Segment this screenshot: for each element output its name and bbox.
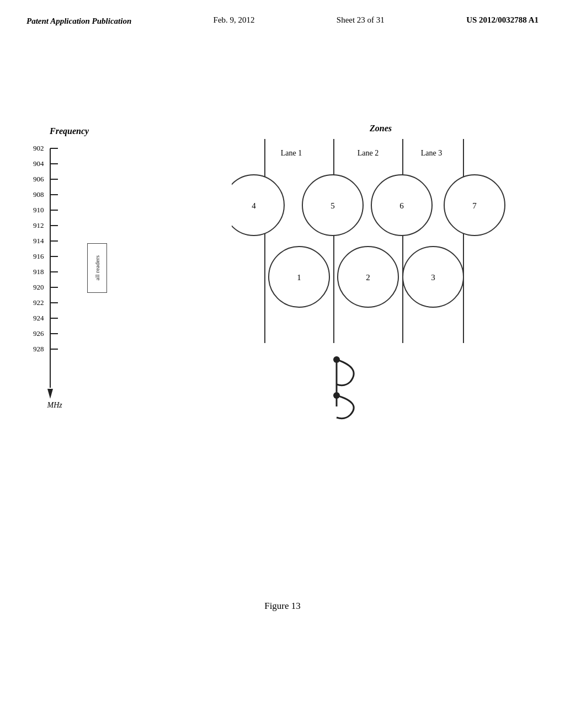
- figure-area: Frequency 902 904 906 908 910 912 914 91…: [0, 27, 565, 661]
- svg-text:1: 1: [297, 273, 301, 282]
- freq-label-914: 914: [33, 233, 44, 249]
- freq-label-920: 920: [33, 280, 44, 295]
- freq-label-902: 902: [33, 141, 44, 156]
- all-readers-label: all readers: [94, 255, 100, 281]
- freq-label-910: 910: [33, 202, 44, 218]
- freq-label-922: 922: [33, 295, 44, 311]
- freq-label-904: 904: [33, 156, 44, 172]
- freq-label-916: 916: [33, 249, 44, 264]
- svg-marker-1: [47, 389, 53, 399]
- mhz-label: MHz: [47, 401, 62, 410]
- svg-text:3: 3: [431, 273, 435, 282]
- sheet-info: Sheet 23 of 31: [337, 15, 385, 25]
- figure-caption: Figure 13: [0, 601, 565, 612]
- svg-text:Lane 1: Lane 1: [281, 149, 302, 157]
- freq-axis-svg: [47, 141, 64, 400]
- svg-text:4: 4: [252, 201, 256, 210]
- svg-text:6: 6: [399, 201, 404, 210]
- publication-title: Patent Application Publication: [26, 15, 131, 27]
- frequency-title: Frequency: [50, 126, 154, 136]
- zones-area: Zones Lane 1 Lane 2 Lane 3 4: [210, 124, 519, 371]
- freq-label-918: 918: [33, 264, 44, 280]
- music-note-svg: [320, 354, 370, 426]
- page-header: Patent Application Publication Feb. 9, 2…: [0, 0, 565, 27]
- freq-label-912: 912: [33, 218, 44, 233]
- publication-date: Feb. 9, 2012: [214, 15, 255, 25]
- svg-text:2: 2: [366, 273, 370, 282]
- freq-label-906: 906: [33, 172, 44, 187]
- freq-label-928: 928: [33, 341, 44, 357]
- svg-text:5: 5: [331, 201, 335, 210]
- music-symbol-area: [320, 354, 370, 428]
- freq-labels-column: 902 904 906 908 910 912 914 916 918 920 …: [33, 141, 44, 357]
- svg-text:Lane 2: Lane 2: [358, 149, 379, 157]
- zones-title: Zones: [243, 124, 519, 133]
- freq-label-924: 924: [33, 311, 44, 326]
- svg-text:Lane 3: Lane 3: [421, 149, 442, 157]
- patent-number: US 2012/0032788 A1: [466, 15, 539, 25]
- freq-axis: MHz: [47, 141, 64, 410]
- freq-label-926: 926: [33, 326, 44, 341]
- all-readers-box: all readers: [87, 243, 107, 293]
- zones-svg: Lane 1 Lane 2 Lane 3 4 5 6 7 1: [232, 139, 508, 371]
- svg-point-23: [232, 175, 284, 235]
- svg-text:7: 7: [472, 201, 477, 210]
- lanes-diagram: Lane 1 Lane 2 Lane 3 4 5 6 7 1: [232, 139, 508, 371]
- freq-label-908: 908: [33, 187, 44, 202]
